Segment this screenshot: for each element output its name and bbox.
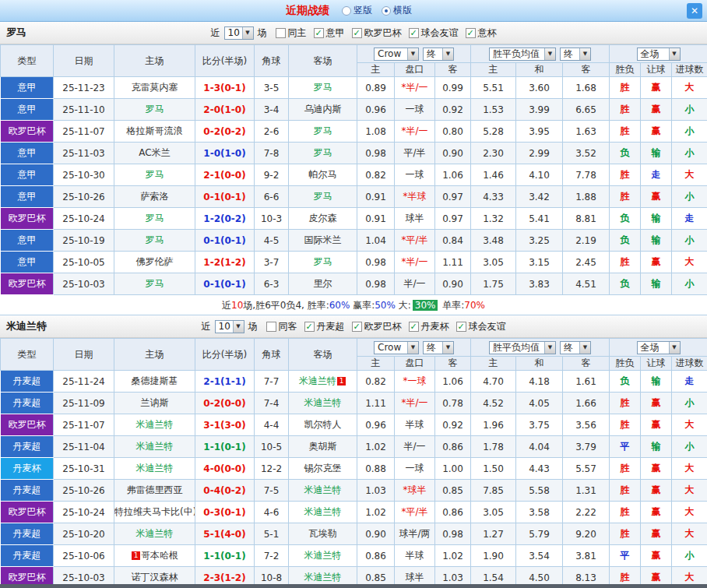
avg-away-odds: 1.66	[563, 393, 610, 414]
col-odds-home: 主	[357, 63, 395, 77]
away-odds: 0.80	[435, 121, 471, 143]
recent-results-window: 近期战绩 竖版 横版 ✕ 罗马 近 10▼ 场 同主✓意甲✓欧罗巴杯✓球会友谊✓…	[0, 0, 707, 588]
dropdown-arrow-icon: ▼	[242, 27, 253, 39]
league-filter-checkbox[interactable]: ✓球会友谊	[456, 320, 506, 333]
league-type-badge: 欧罗巴杯	[1, 502, 54, 523]
avg-type-select[interactable]: 胜平负均值▼	[489, 341, 556, 354]
match-row: 欧罗巴杯25-10-24罗马1-2(0-2)10-3皮尔森0.91球半0.971…	[1, 208, 707, 230]
league-filter-checkbox[interactable]: ✓意甲	[314, 26, 345, 40]
match-row: 意甲25-10-26萨索洛0-1(0-1)6-6罗马0.91*半球0.974.3…	[1, 186, 707, 208]
corner-score: 10-5	[255, 436, 289, 458]
corner-score: 6-6	[255, 186, 289, 208]
avg-draw-odds: 4.18	[516, 371, 563, 393]
titlebar: 近期战绩 竖版 横版 ✕	[0, 0, 707, 22]
avg-stage-select[interactable]: 终▼	[560, 48, 591, 61]
bookmaker-select[interactable]: Crow▼	[374, 48, 419, 61]
match-count-select[interactable]: 10▼	[224, 26, 254, 40]
match-count-select-wrap: 10▼	[215, 320, 244, 333]
avg-draw-odds: 5.58	[516, 480, 563, 502]
match-count-select-value: 10	[225, 27, 242, 39]
close-icon[interactable]: ✕	[687, 3, 702, 19]
bookmaker-select[interactable]: Crow▼	[374, 341, 419, 354]
match-score: 0-3(0-1)	[195, 502, 255, 523]
away-odds: 0.99	[435, 77, 471, 99]
corner-score: 4-6	[255, 502, 289, 523]
league-filter-checkbox[interactable]: ✓球会友谊	[409, 26, 459, 40]
avg-home-odds: 4.70	[471, 371, 516, 393]
result-handicap: 赢	[641, 523, 672, 545]
match-score: 1-2(1-2)	[195, 252, 255, 273]
match-score: 0-1(0-1)	[195, 186, 255, 208]
match-date: 25-10-06	[54, 545, 114, 567]
match-row: 意甲25-10-05佛罗伦萨1-2(1-2)3-7罗马0.98*半/一1.113…	[1, 252, 707, 273]
corner-score: 3-7	[255, 252, 289, 273]
league-type-badge: 丹麦超	[1, 393, 54, 414]
league-filter-checkbox[interactable]: ✓欧罗巴杯	[352, 320, 402, 333]
same-venue-checkbox[interactable]: 同客	[266, 320, 297, 333]
result-wdl: 胜	[610, 480, 641, 502]
away-odds: 1.06	[435, 371, 471, 393]
result-handicap: 输	[641, 273, 672, 295]
league-filter-checkbox[interactable]: ✓意杯	[466, 26, 497, 40]
match-date: 25-10-20	[54, 523, 114, 545]
away-team-name: 罗马	[314, 81, 332, 94]
away-team-name: 罗马	[314, 190, 332, 203]
avg-away-odds: 2.45	[563, 252, 610, 273]
scope-select[interactable]: 全场▼	[637, 48, 681, 61]
league-type-badge: 欧罗巴杯	[1, 121, 54, 143]
result-goals: 大	[672, 164, 707, 186]
match-row: 意甲25-10-30罗马2-1(0-0)9-2帕尔马0.82一球1.061.46…	[1, 164, 707, 186]
rank-badge: 1	[132, 551, 140, 560]
scope-select[interactable]: 全场▼	[637, 341, 681, 354]
away-odds: 0.85	[435, 480, 471, 502]
league-filter-checkbox[interactable]: ✓丹麦杯	[409, 320, 449, 333]
avg-home-odds: 4.33	[471, 186, 516, 208]
checkbox-icon: ✓	[409, 322, 419, 332]
avg-home-odds: 1.50	[471, 458, 516, 480]
avg-stage-select[interactable]: 终▼	[560, 341, 591, 354]
home-team-name: 罗马	[146, 168, 164, 181]
corner-score: 7-4	[255, 393, 289, 414]
match-date: 25-10-26	[54, 186, 114, 208]
result-handicap: 输	[641, 371, 672, 393]
away-odds: 0.78	[435, 393, 471, 414]
away-odds: 1.02	[435, 545, 471, 567]
match-score: 2-1(1-1)	[195, 371, 255, 393]
result-handicap: 赢	[641, 393, 672, 414]
checkbox-icon: ✓	[314, 28, 324, 38]
league-filter-checkbox[interactable]: ✓丹麦超	[304, 320, 345, 333]
league-filter-checkbox[interactable]: ✓欧罗巴杯	[352, 26, 402, 40]
away-team: 国际米兰	[289, 230, 357, 252]
col-avg-draw: 和	[516, 63, 563, 77]
corner-score: 10-3	[255, 208, 289, 230]
match-score: 4-0(0-0)	[195, 458, 255, 480]
avg-stage-select-value: 终	[561, 342, 579, 354]
col-score: 比分(半场)	[195, 339, 255, 371]
home-odds: 0.88	[357, 458, 395, 480]
corner-score: 7-2	[255, 545, 289, 567]
match-score: 1-0(1-0)	[195, 143, 255, 164]
match-count-select[interactable]: 10▼	[215, 320, 244, 333]
odds-stage-select[interactable]: 终▼	[423, 48, 454, 61]
same-venue-checkbox[interactable]: 同主	[276, 26, 307, 40]
away-team: 米迪兰特	[289, 545, 357, 567]
avg-away-odds: 7.78	[563, 164, 610, 186]
layout-radio-horizontal[interactable]: 横版	[382, 4, 412, 17]
corner-score: 7-5	[255, 480, 289, 502]
away-team-name: 锡尔克堡	[304, 462, 342, 475]
away-odds: 1.00	[435, 458, 471, 480]
match-date: 25-11-07	[54, 121, 114, 143]
away-odds: 0.92	[435, 99, 471, 121]
odds-stage-select[interactable]: 终▼	[423, 341, 454, 354]
home-odds: 0.98	[357, 143, 395, 164]
avg-type-select[interactable]: 胜平负均值▼	[489, 48, 556, 61]
near-label: 近	[202, 320, 211, 333]
away-team: 凯尔特人	[289, 414, 357, 436]
avg-away-odds: 2.19	[563, 230, 610, 252]
layout-radio-vertical[interactable]: 竖版	[342, 4, 372, 17]
league-filter-checkbox-label: 意甲	[326, 26, 345, 40]
filter-bar: 近 10▼ 场 同主✓意甲✓欧罗巴杯✓球会友谊✓意杯	[211, 26, 497, 40]
home-team-name: 罗马	[146, 212, 164, 225]
avg-home-odds: 3.05	[471, 502, 516, 523]
col-date: 日期	[54, 45, 114, 77]
